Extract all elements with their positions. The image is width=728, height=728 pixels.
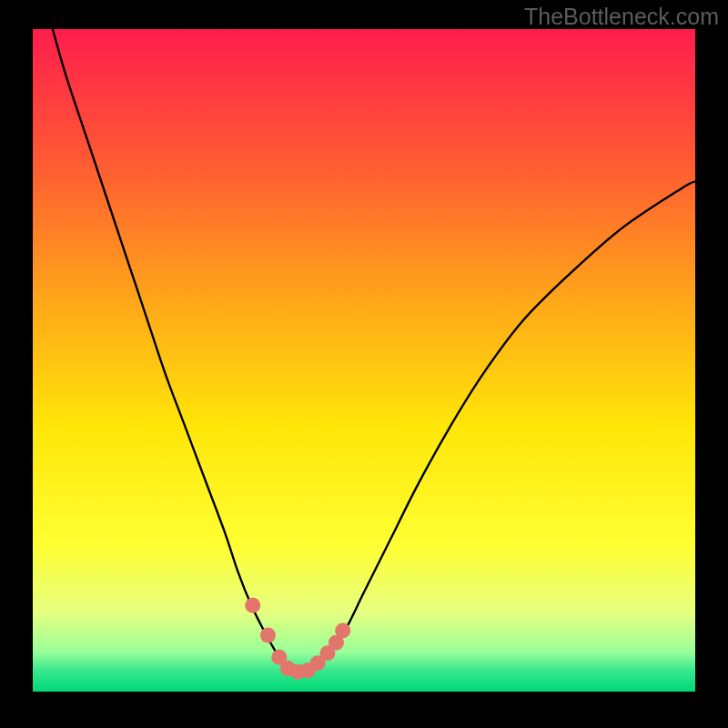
highlight-dot — [335, 623, 350, 639]
chart-svg — [33, 29, 695, 692]
watermark-text: TheBottleneck.com — [524, 4, 719, 30]
highlight-dot — [260, 628, 276, 643]
highlight-dot — [245, 598, 260, 613]
chart-container: TheBottleneck.com — [0, 0, 728, 728]
plot-area — [33, 29, 695, 692]
